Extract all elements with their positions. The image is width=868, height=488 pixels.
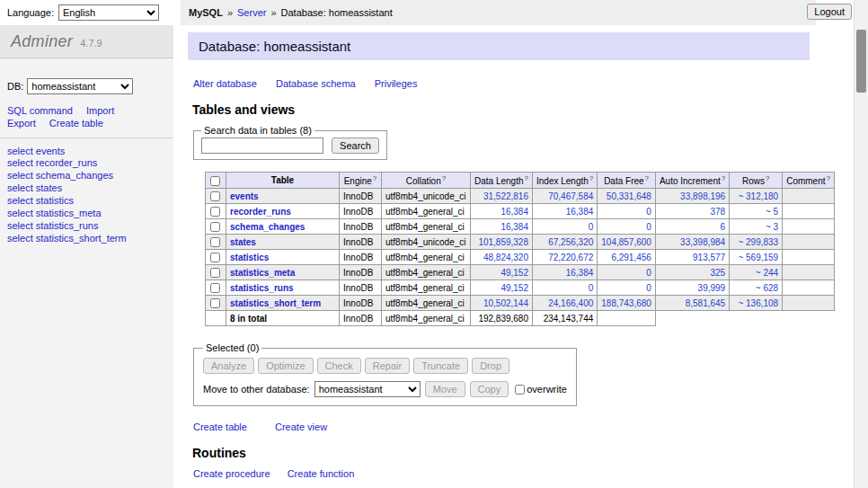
- auto-increment-link[interactable]: 8,581,645: [686, 298, 726, 308]
- sidebar-select-recorder-runs-link[interactable]: select recorder_runs: [7, 157, 173, 169]
- rows-count-link[interactable]: ~ 244: [756, 268, 778, 278]
- rows-count-link[interactable]: ~ 136,108: [738, 298, 778, 308]
- row-checkbox[interactable]: [210, 298, 220, 308]
- index-length-link[interactable]: 16,384: [566, 207, 594, 217]
- move-db-select[interactable]: homeassistant: [314, 381, 421, 397]
- move-button[interactable]: Move: [425, 381, 465, 397]
- column-help-link[interactable]: ?: [827, 174, 830, 182]
- alter-database-link[interactable]: Alter database: [193, 78, 257, 89]
- copy-button[interactable]: Copy: [470, 381, 509, 397]
- sidebar-select-schema-changes-link[interactable]: select schema_changes: [7, 170, 173, 182]
- create-function-link[interactable]: Create function: [288, 468, 355, 479]
- data-length-link[interactable]: 101,859,328: [478, 237, 528, 247]
- scrollbar-track[interactable]: [854, 0, 868, 488]
- row-checkbox[interactable]: [210, 191, 220, 201]
- rows-count-link[interactable]: ~ 628: [756, 283, 778, 293]
- column-help-link[interactable]: ?: [589, 174, 593, 182]
- column-help-link[interactable]: ?: [645, 174, 649, 182]
- index-length-link[interactable]: 0: [589, 283, 594, 293]
- auto-increment-link[interactable]: 33,898,196: [680, 191, 725, 201]
- rows-count-link[interactable]: ~ 312,180: [738, 191, 778, 201]
- column-help-link[interactable]: ?: [525, 174, 528, 182]
- table-search-input[interactable]: [201, 138, 323, 154]
- language-select[interactable]: English: [58, 4, 159, 21]
- index-length-link[interactable]: 16,384: [566, 268, 594, 278]
- auto-increment-link[interactable]: 39,999: [698, 283, 726, 293]
- data-free-link[interactable]: 188,743,680: [601, 298, 651, 308]
- auto-increment-link[interactable]: 6: [721, 222, 726, 232]
- table-name-link[interactable]: states: [230, 237, 256, 247]
- table-name-link[interactable]: statistics_meta: [230, 268, 295, 278]
- data-length-link[interactable]: 16,384: [500, 222, 528, 232]
- index-length-link[interactable]: 24,166,400: [548, 298, 593, 308]
- column-help-link[interactable]: ?: [373, 174, 376, 182]
- table-name-link[interactable]: schema_changes: [230, 222, 305, 232]
- analyze-button[interactable]: Analyze: [203, 358, 254, 374]
- auto-increment-link[interactable]: 913,577: [693, 253, 725, 262]
- rows-count-link[interactable]: ~ 5: [766, 207, 778, 217]
- rows-count-link[interactable]: ~ 569,159: [738, 253, 778, 262]
- create-procedure-link[interactable]: Create procedure: [193, 468, 270, 479]
- data-free-link[interactable]: 0: [646, 222, 651, 232]
- sidebar-create-table-link[interactable]: Create table: [49, 118, 103, 129]
- db-select[interactable]: homeassistant: [27, 78, 133, 94]
- data-length-link[interactable]: 31,522,816: [483, 191, 528, 201]
- search-button[interactable]: Search: [332, 138, 379, 154]
- import-link[interactable]: Import: [86, 105, 114, 116]
- export-link[interactable]: Export: [7, 118, 36, 129]
- row-checkbox[interactable]: [210, 268, 220, 278]
- sidebar-select-statistics-short-term-link[interactable]: select statistics_short_term: [7, 233, 173, 244]
- scrollbar-thumb[interactable]: [856, 30, 866, 93]
- logout-button[interactable]: Logout: [807, 4, 852, 20]
- sidebar-select-statistics-runs-link[interactable]: select statistics_runs: [7, 220, 173, 232]
- data-free-link[interactable]: 104,857,600: [601, 237, 651, 247]
- rows-count-link[interactable]: ~ 3: [766, 222, 778, 232]
- auto-increment-link[interactable]: 33,398,984: [680, 237, 725, 247]
- data-length-link[interactable]: 16,384: [500, 207, 528, 217]
- auto-increment-link[interactable]: 325: [710, 268, 725, 278]
- privileges-link[interactable]: Privileges: [375, 78, 418, 89]
- table-name-link[interactable]: recorder_runs: [230, 207, 291, 217]
- row-checkbox[interactable]: [210, 207, 220, 217]
- data-free-link[interactable]: 0: [646, 268, 651, 278]
- repair-button[interactable]: Repair: [365, 358, 410, 374]
- index-length-link[interactable]: 67,256,320: [548, 237, 593, 247]
- table-name-link[interactable]: statistics: [230, 253, 269, 262]
- column-help-link[interactable]: ?: [766, 174, 769, 182]
- index-length-link[interactable]: 70,467,584: [548, 191, 593, 201]
- index-length-link[interactable]: 72,220,672: [548, 253, 593, 262]
- row-checkbox[interactable]: [210, 237, 220, 247]
- check-button[interactable]: Check: [317, 358, 361, 374]
- data-length-link[interactable]: 48,824,320: [483, 253, 528, 262]
- data-length-link[interactable]: 10,502,144: [483, 298, 528, 308]
- overwrite-checkbox[interactable]: [515, 385, 525, 395]
- data-length-link[interactable]: 49,152: [500, 283, 528, 293]
- rows-count-link[interactable]: ~ 299,833: [738, 237, 778, 247]
- select-all-checkbox[interactable]: [210, 176, 220, 186]
- row-checkbox[interactable]: [210, 253, 220, 262]
- column-help-link[interactable]: ?: [722, 174, 725, 182]
- sidebar-select-statistics-meta-link[interactable]: select statistics_meta: [7, 208, 173, 219]
- data-free-link[interactable]: 6,291,456: [611, 253, 651, 262]
- sidebar-select-states-link[interactable]: select states: [7, 182, 173, 194]
- drop-button[interactable]: Drop: [472, 358, 509, 374]
- create-table-link[interactable]: Create table: [193, 421, 247, 432]
- index-length-link[interactable]: 0: [589, 222, 594, 232]
- sidebar-select-events-link[interactable]: select events: [7, 146, 173, 157]
- truncate-button[interactable]: Truncate: [413, 358, 468, 374]
- table-name-link[interactable]: statistics_runs: [230, 283, 294, 293]
- row-checkbox[interactable]: [210, 222, 220, 232]
- data-length-link[interactable]: 49,152: [500, 268, 528, 278]
- database-schema-link[interactable]: Database schema: [276, 78, 356, 89]
- data-free-link[interactable]: 0: [646, 283, 651, 293]
- app-name[interactable]: Adminer: [11, 32, 73, 50]
- auto-increment-link[interactable]: 378: [710, 207, 725, 217]
- sidebar-select-statistics-link[interactable]: select statistics: [7, 195, 173, 207]
- create-view-link[interactable]: Create view: [275, 421, 327, 432]
- table-name-link[interactable]: events: [230, 191, 259, 201]
- sql-command-link[interactable]: SQL command: [7, 105, 73, 116]
- column-help-link[interactable]: ?: [442, 174, 446, 182]
- data-free-link[interactable]: 0: [646, 207, 651, 217]
- breadcrumb-mysql-link[interactable]: MySQL: [189, 7, 223, 18]
- optimize-button[interactable]: Optimize: [258, 358, 313, 374]
